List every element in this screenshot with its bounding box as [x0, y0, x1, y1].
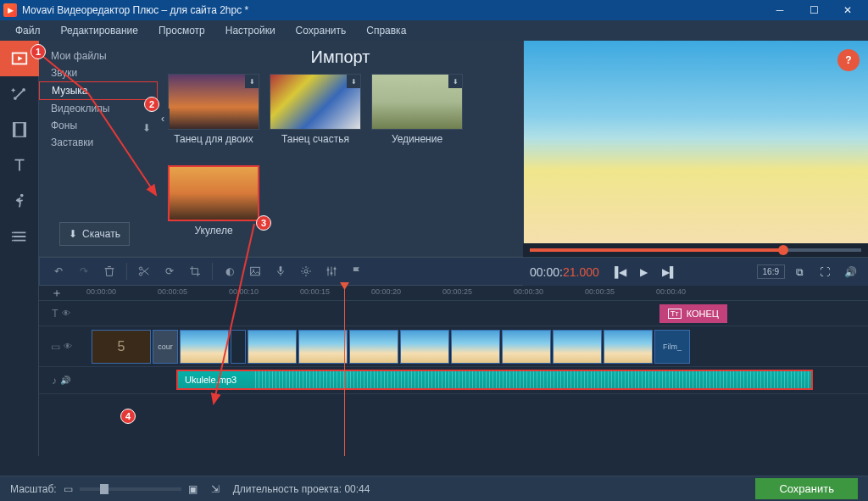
color-button[interactable]: ◐ — [218, 259, 242, 283]
rotate-button[interactable]: ⟳ — [158, 259, 181, 283]
clip-item[interactable]: ⬇ Танец для двоих — [168, 74, 259, 145]
preview-playhead[interactable] — [778, 245, 788, 255]
video-clip[interactable] — [604, 330, 653, 364]
video-clip[interactable] — [502, 330, 551, 364]
minimize-button[interactable]: ─ — [763, 0, 797, 20]
download-icon[interactable]: ⬇ — [142, 122, 151, 134]
window-title: Movavi Видеоредактор Плюс – для сайта 2h… — [22, 4, 248, 16]
menu-view[interactable]: Просмотр — [150, 23, 214, 38]
video-clip[interactable] — [451, 330, 500, 364]
video-clip[interactable] — [248, 330, 297, 364]
tool-stickers[interactable] — [0, 183, 39, 219]
equalizer-button[interactable] — [320, 259, 343, 283]
import-icon — [10, 49, 29, 68]
mic-button[interactable] — [269, 259, 292, 283]
video-clip[interactable] — [180, 330, 229, 364]
audio-clip[interactable]: Ukulele.mp3 — [176, 370, 813, 390]
tool-filters[interactable] — [0, 76, 39, 112]
video-clip-outro[interactable]: Film_ — [654, 330, 690, 364]
fit-button[interactable]: ⇲ — [211, 483, 220, 495]
sidebar-item-backgrounds[interactable]: Фоны — [39, 117, 158, 134]
menu-settings[interactable]: Настройки — [217, 23, 284, 38]
timeline-video-track[interactable]: ▭👁 5 cour — [39, 326, 868, 367]
video-clip[interactable]: cour — [153, 330, 178, 364]
aspect-ratio-button[interactable]: 16:9 — [757, 264, 785, 279]
import-gallery: Импорт ‹ ⬇ Танец для двоих ⬇ Танец счаст… — [158, 41, 523, 256]
transition-clip[interactable] — [231, 330, 246, 364]
title-clip-end[interactable]: Tт КОНЕЦ — [659, 304, 727, 323]
video-clip[interactable] — [349, 330, 398, 364]
visibility-icon[interactable]: 👁 — [64, 342, 72, 351]
svg-point-14 — [304, 270, 308, 273]
mute-icon[interactable]: 🔊 — [60, 376, 70, 385]
sidebar-item-intros[interactable]: Заставки — [39, 134, 158, 151]
detach-button[interactable]: ⧉ — [788, 261, 810, 283]
video-clip[interactable] — [298, 330, 348, 364]
gallery-prev-button[interactable]: ‹ — [156, 109, 170, 129]
tool-titles[interactable] — [0, 148, 39, 183]
marker-button[interactable] — [345, 259, 369, 283]
sidebar-item-videoclips[interactable]: Видеоклипы — [39, 100, 158, 117]
annotation-marker-3: 3 — [256, 215, 271, 231]
clip-label: Танец счастья — [270, 133, 361, 145]
import-title: Импорт — [168, 47, 513, 67]
ruler-tick: 00:00:15 — [300, 287, 330, 296]
menu-edit[interactable]: Редактирование — [53, 23, 147, 38]
clip-item-selected[interactable]: Укулеле — [168, 165, 259, 237]
redo-button[interactable]: ↷ — [72, 259, 96, 283]
save-button[interactable]: Сохранить — [755, 478, 858, 499]
video-clip[interactable] — [400, 330, 449, 364]
menu-save[interactable]: Сохранить — [287, 23, 355, 38]
scale-plus-button[interactable]: ▣ — [188, 483, 198, 495]
audio-clip-label: Ukulele.mp3 — [185, 375, 236, 385]
tool-transitions[interactable] — [0, 112, 39, 148]
sidebar-item-music[interactable]: Музыка — [39, 81, 158, 100]
video-clip-intro[interactable]: 5 — [92, 330, 151, 364]
visibility-icon[interactable]: 👁 — [62, 309, 70, 318]
volume-button[interactable]: 🔊 — [839, 261, 861, 283]
overlay-button[interactable] — [243, 259, 267, 283]
timeline-audio-track[interactable]: ♪🔊 Ukulele.mp3 — [39, 367, 868, 394]
clip-download-icon[interactable]: ⬇ — [347, 75, 360, 88]
clip-item[interactable]: ⬇ Танец счастья — [270, 74, 361, 145]
svg-rect-13 — [280, 266, 282, 272]
help-button[interactable]: ? — [837, 49, 860, 71]
play-button[interactable]: ▶ — [633, 261, 655, 283]
download-button[interactable]: ⬇ Скачать — [59, 222, 130, 246]
menu-help[interactable]: Справка — [358, 23, 415, 38]
scale-minus-button[interactable]: ▭ — [64, 483, 73, 495]
clip-label: Укулеле — [168, 225, 259, 237]
sidebar-item-sounds[interactable]: Звуки — [39, 64, 158, 81]
scissors-icon — [137, 264, 151, 278]
clip-download-icon[interactable]: ⬇ — [448, 75, 462, 88]
close-button[interactable]: ✕ — [831, 0, 865, 20]
delete-button[interactable] — [97, 259, 121, 283]
import-sidebar: Мои файлы Звуки Музыка Видеоклипы Фоны З… — [39, 41, 158, 256]
video-clip[interactable] — [553, 330, 602, 364]
footer: Масштаб: ▭ ▣ ⇲ Длительность проекта: 00:… — [0, 476, 868, 501]
crop-button[interactable] — [183, 259, 207, 283]
scale-slider[interactable] — [80, 487, 181, 491]
add-track-button[interactable]: ＋ — [51, 286, 64, 299]
menu-file[interactable]: Файл — [7, 23, 49, 38]
download-arrow-icon: ⬇ — [69, 228, 77, 240]
svg-rect-15 — [327, 269, 330, 270]
tool-more[interactable] — [0, 219, 39, 254]
timeline-title-track[interactable]: T👁 Tт КОНЕЦ — [39, 301, 868, 326]
next-frame-button[interactable]: ▶▌ — [659, 261, 681, 283]
clip-props-button[interactable] — [294, 259, 318, 283]
transitions-icon — [10, 120, 29, 139]
maximize-button[interactable]: ☐ — [797, 0, 831, 20]
svg-marker-1 — [18, 56, 23, 61]
timeline-ruler[interactable]: ＋ 00:00:00 00:00:05 00:00:10 00:00:15 00… — [39, 286, 868, 301]
prev-frame-button[interactable]: ▐◀ — [608, 261, 630, 283]
clip-item[interactable]: ⬇ Уединение — [371, 74, 463, 145]
fullscreen-button[interactable]: ⛶ — [814, 261, 836, 283]
sidebar-item-myfiles[interactable]: Мои файлы — [39, 47, 158, 64]
edit-toolbar: ↶ ↷ ⟳ ◐ — [39, 257, 523, 286]
preview-canvas[interactable]: ? — [524, 41, 868, 256]
undo-button[interactable]: ↶ — [47, 259, 70, 283]
clip-download-icon[interactable]: ⬇ — [245, 75, 259, 88]
cut-button[interactable] — [132, 259, 156, 283]
timeline-playhead[interactable] — [344, 286, 345, 456]
